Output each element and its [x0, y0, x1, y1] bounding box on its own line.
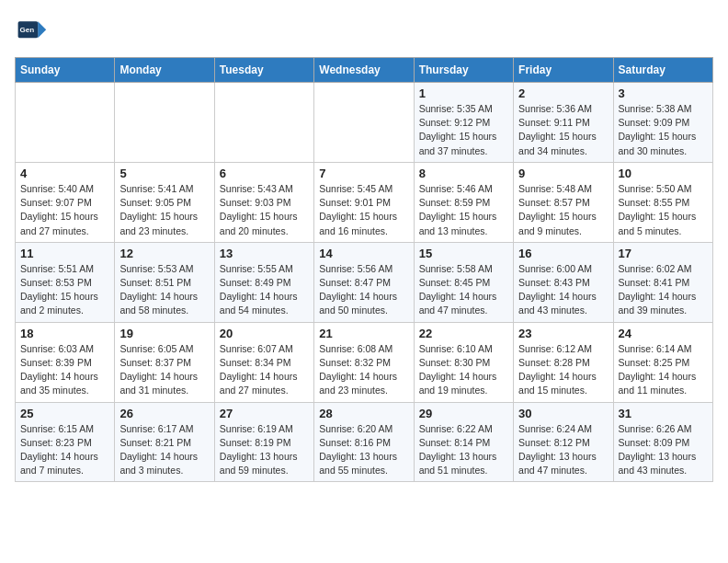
day-number: 17	[619, 247, 708, 260]
day-info: Sunrise: 6:08 AM Sunset: 8:32 PM Dayligh…	[319, 342, 408, 398]
day-number: 28	[319, 407, 408, 420]
day-number: 6	[220, 167, 309, 180]
col-header-tuesday: Tuesday	[214, 58, 313, 83]
calendar-cell: 3Sunrise: 5:38 AM Sunset: 9:09 PM Daylig…	[613, 83, 712, 163]
calendar-cell: 15Sunrise: 5:58 AM Sunset: 8:45 PM Dayli…	[414, 242, 513, 322]
calendar-cell: 8Sunrise: 5:46 AM Sunset: 8:59 PM Daylig…	[414, 162, 513, 242]
calendar-cell: 19Sunrise: 6:05 AM Sunset: 8:37 PM Dayli…	[115, 322, 214, 402]
day-info: Sunrise: 5:58 AM Sunset: 8:45 PM Dayligh…	[419, 262, 508, 318]
day-number: 2	[518, 86, 608, 100]
day-info: Sunrise: 5:55 AM Sunset: 8:49 PM Dayligh…	[220, 262, 309, 318]
day-info: Sunrise: 6:20 AM Sunset: 8:16 PM Dayligh…	[319, 422, 408, 478]
day-number: 15	[419, 247, 508, 260]
day-info: Sunrise: 5:56 AM Sunset: 8:47 PM Dayligh…	[319, 262, 408, 318]
day-info: Sunrise: 5:36 AM Sunset: 9:11 PM Dayligh…	[518, 102, 608, 158]
calendar-cell: 18Sunrise: 6:03 AM Sunset: 8:39 PM Dayli…	[16, 322, 115, 402]
calendar-cell: 2Sunrise: 5:36 AM Sunset: 9:11 PM Daylig…	[514, 83, 613, 163]
calendar-week-2: 4Sunrise: 5:40 AM Sunset: 9:07 PM Daylig…	[16, 162, 713, 242]
day-info: Sunrise: 5:35 AM Sunset: 9:12 PM Dayligh…	[419, 102, 508, 158]
calendar-cell: 20Sunrise: 6:07 AM Sunset: 8:34 PM Dayli…	[214, 322, 313, 402]
calendar-cell: 29Sunrise: 6:22 AM Sunset: 8:14 PM Dayli…	[414, 402, 513, 482]
col-header-monday: Monday	[115, 58, 214, 83]
day-info: Sunrise: 6:14 AM Sunset: 8:25 PM Dayligh…	[619, 342, 708, 398]
calendar-week-1: 1Sunrise: 5:35 AM Sunset: 9:12 PM Daylig…	[16, 83, 713, 163]
calendar-cell: 17Sunrise: 6:02 AM Sunset: 8:41 PM Dayli…	[613, 242, 712, 322]
day-info: Sunrise: 6:24 AM Sunset: 8:12 PM Dayligh…	[518, 422, 608, 478]
col-header-friday: Friday	[514, 58, 613, 83]
col-header-thursday: Thursday	[414, 58, 513, 83]
calendar-cell: 16Sunrise: 6:00 AM Sunset: 8:43 PM Dayli…	[514, 242, 613, 322]
day-number: 23	[518, 327, 608, 340]
day-info: Sunrise: 6:19 AM Sunset: 8:19 PM Dayligh…	[220, 422, 309, 478]
calendar-week-3: 11Sunrise: 5:51 AM Sunset: 8:53 PM Dayli…	[16, 242, 713, 322]
day-number: 11	[20, 247, 109, 260]
day-number: 14	[319, 247, 408, 260]
calendar-cell: 6Sunrise: 5:43 AM Sunset: 9:03 PM Daylig…	[214, 162, 313, 242]
day-info: Sunrise: 6:12 AM Sunset: 8:28 PM Dayligh…	[518, 342, 608, 398]
calendar-cell: 5Sunrise: 5:41 AM Sunset: 9:05 PM Daylig…	[115, 162, 214, 242]
day-number: 8	[419, 167, 508, 180]
day-info: Sunrise: 5:41 AM Sunset: 9:05 PM Dayligh…	[119, 182, 209, 238]
calendar-cell: 1Sunrise: 5:35 AM Sunset: 9:12 PM Daylig…	[414, 83, 513, 163]
page-header: Gen	[15, 15, 713, 48]
calendar-cell: 25Sunrise: 6:15 AM Sunset: 8:23 PM Dayli…	[16, 402, 115, 482]
calendar-cell	[214, 83, 313, 163]
calendar-cell: 26Sunrise: 6:17 AM Sunset: 8:21 PM Dayli…	[115, 402, 214, 482]
calendar-cell: 14Sunrise: 5:56 AM Sunset: 8:47 PM Dayli…	[314, 242, 414, 322]
day-number: 12	[119, 247, 209, 260]
calendar-week-4: 18Sunrise: 6:03 AM Sunset: 8:39 PM Dayli…	[16, 322, 713, 402]
calendar-cell: 28Sunrise: 6:20 AM Sunset: 8:16 PM Dayli…	[314, 402, 414, 482]
day-number: 13	[220, 247, 309, 260]
calendar-cell: 4Sunrise: 5:40 AM Sunset: 9:07 PM Daylig…	[16, 162, 115, 242]
svg-marker-1	[38, 21, 46, 38]
col-header-wednesday: Wednesday	[314, 58, 414, 83]
calendar-cell: 30Sunrise: 6:24 AM Sunset: 8:12 PM Dayli…	[514, 402, 613, 482]
day-number: 4	[20, 167, 109, 180]
calendar-cell: 22Sunrise: 6:10 AM Sunset: 8:30 PM Dayli…	[414, 322, 513, 402]
day-number: 22	[419, 327, 508, 340]
day-number: 20	[220, 327, 309, 340]
day-info: Sunrise: 5:50 AM Sunset: 8:55 PM Dayligh…	[619, 182, 708, 238]
day-number: 30	[518, 407, 608, 420]
day-number: 10	[619, 167, 708, 180]
day-number: 19	[119, 327, 209, 340]
day-number: 26	[119, 407, 209, 420]
calendar-cell	[16, 83, 115, 163]
calendar-cell	[314, 83, 414, 163]
calendar-cell: 11Sunrise: 5:51 AM Sunset: 8:53 PM Dayli…	[16, 242, 115, 322]
day-info: Sunrise: 5:51 AM Sunset: 8:53 PM Dayligh…	[20, 262, 109, 318]
day-number: 18	[20, 327, 109, 340]
day-number: 7	[319, 167, 408, 180]
day-info: Sunrise: 5:53 AM Sunset: 8:51 PM Dayligh…	[119, 262, 209, 318]
day-number: 16	[518, 247, 608, 260]
day-info: Sunrise: 6:07 AM Sunset: 8:34 PM Dayligh…	[220, 342, 309, 398]
day-number: 9	[518, 167, 608, 180]
day-info: Sunrise: 6:03 AM Sunset: 8:39 PM Dayligh…	[20, 342, 109, 398]
calendar-cell: 27Sunrise: 6:19 AM Sunset: 8:19 PM Dayli…	[214, 402, 313, 482]
calendar-header-row: SundayMondayTuesdayWednesdayThursdayFrid…	[16, 58, 713, 83]
day-info: Sunrise: 6:22 AM Sunset: 8:14 PM Dayligh…	[419, 422, 508, 478]
col-header-sunday: Sunday	[16, 58, 115, 83]
calendar-table: SundayMondayTuesdayWednesdayThursdayFrid…	[15, 57, 713, 482]
day-info: Sunrise: 6:26 AM Sunset: 8:09 PM Dayligh…	[619, 422, 708, 478]
day-number: 1	[419, 86, 508, 100]
calendar-cell: 9Sunrise: 5:48 AM Sunset: 8:57 PM Daylig…	[514, 162, 613, 242]
day-number: 24	[619, 327, 708, 340]
calendar-week-5: 25Sunrise: 6:15 AM Sunset: 8:23 PM Dayli…	[16, 402, 713, 482]
calendar-cell: 24Sunrise: 6:14 AM Sunset: 8:25 PM Dayli…	[613, 322, 712, 402]
day-info: Sunrise: 5:43 AM Sunset: 9:03 PM Dayligh…	[220, 182, 309, 238]
day-number: 25	[20, 407, 109, 420]
calendar-cell: 13Sunrise: 5:55 AM Sunset: 8:49 PM Dayli…	[214, 242, 313, 322]
day-number: 27	[220, 407, 309, 420]
calendar-cell: 10Sunrise: 5:50 AM Sunset: 8:55 PM Dayli…	[613, 162, 712, 242]
logo-icon: Gen	[15, 15, 48, 48]
day-info: Sunrise: 5:38 AM Sunset: 9:09 PM Dayligh…	[619, 102, 708, 158]
day-info: Sunrise: 5:45 AM Sunset: 9:01 PM Dayligh…	[319, 182, 408, 238]
day-number: 3	[619, 86, 708, 100]
calendar-cell: 23Sunrise: 6:12 AM Sunset: 8:28 PM Dayli…	[514, 322, 613, 402]
svg-text:Gen: Gen	[19, 26, 34, 34]
day-info: Sunrise: 5:46 AM Sunset: 8:59 PM Dayligh…	[419, 182, 508, 238]
day-info: Sunrise: 5:40 AM Sunset: 9:07 PM Dayligh…	[20, 182, 109, 238]
day-info: Sunrise: 6:15 AM Sunset: 8:23 PM Dayligh…	[20, 422, 109, 478]
calendar-cell: 21Sunrise: 6:08 AM Sunset: 8:32 PM Dayli…	[314, 322, 414, 402]
